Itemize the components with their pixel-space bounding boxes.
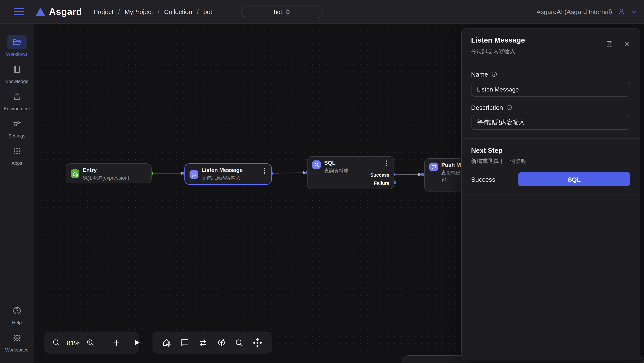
menu-icon[interactable] [14,6,24,17]
node-title: Listen Message [202,167,243,173]
breadcrumb: Project / MyProject / Collection / bot [94,8,212,15]
entry-node-icon[interactable] [162,338,171,347]
name-input[interactable] [471,82,630,97]
next-step-target-button[interactable]: SQL [518,172,630,186]
breadcrumb-item-bot[interactable]: bot [204,8,212,15]
upload-icon [7,89,26,104]
app-root: Asgard Project / MyProject / Collection … [0,0,644,363]
user-icon [617,7,626,16]
node-output-failure: Failure [374,180,389,186]
node-sql[interactable]: SQL 查詢資料庫 Success Failure [307,156,394,189]
account-label: AsgardAI (Asgard Internal) [536,8,612,15]
account-menu[interactable]: AsgardAI (Asgard Internal) [536,7,637,16]
workflow-select[interactable]: bot [241,5,323,18]
node-title: SQL [324,160,336,166]
breadcrumb-item-project[interactable]: Project [94,8,113,15]
node-output-success: Success [370,172,389,177]
chevron-down-icon [631,8,637,15]
sidebar-item-settings[interactable]: Settings [2,117,32,138]
sidebar-item-help[interactable]: Help [2,304,32,325]
logo-text: Asgard [49,6,82,17]
field-label-text: Name [471,71,488,78]
breadcrumb-item-collection[interactable]: Collection [164,8,192,15]
sidebar-item-label: Apps [12,160,22,166]
sidebar: Workflows Knowledge Environment Settings [0,24,34,363]
info-icon[interactable] [491,71,498,77]
sidebar-item-workflows[interactable]: Workflows [2,35,32,57]
search-node-icon[interactable] [235,338,244,347]
next-step-subtitle: 新增或選擇下一個節點 [471,157,630,165]
panel-subtitle: 等待訊息內容輸入 [471,48,630,55]
zoom-in-icon[interactable] [86,338,94,347]
sliders-icon [7,117,26,131]
info-icon[interactable] [506,104,512,111]
node-subtitle: SQL查詢(expression) [83,174,129,182]
description-field-label: Description [471,104,630,111]
breadcrumb-separator: / [197,8,198,15]
intent-node-icon[interactable] [217,338,226,347]
node-menu-icon[interactable] [386,160,387,166]
apps-grid-icon [7,144,26,158]
name-field-label: Name [471,71,630,78]
select-updown-icon [285,9,290,15]
node-config-panel: Listen Message 等待訊息內容輸入 Name [461,28,640,361]
node-listen-message[interactable]: Listen Message 等待訊息內容輸入 [184,163,272,185]
help-circle-icon [7,304,26,318]
zoom-out-icon[interactable] [52,338,60,347]
field-label-text: Description [471,104,503,111]
next-step-row: Success SQL [471,172,630,186]
workflow-select-value: bot [274,8,282,15]
logo-triangle-icon [36,8,45,16]
node-entry[interactable]: Entry SQL查詢(expression) [66,163,152,183]
panel-divider [462,194,640,194]
sidebar-item-apps[interactable]: Apps [2,144,32,166]
node-menu-icon[interactable] [264,168,265,173]
port-push-in [421,173,424,176]
transfer-node-icon[interactable] [198,338,208,348]
node-palette-toolbar [152,332,272,354]
sidebar-item-label: Workspace [5,347,28,352]
add-node-icon[interactable] [112,339,120,347]
run-workflow-icon[interactable] [133,339,140,347]
breadcrumb-separator: / [118,8,120,15]
panel-header: Listen Message 等待訊息內容輸入 [462,28,640,62]
book-icon [7,62,26,77]
sidebar-item-label: Help [12,320,22,325]
move-node-icon[interactable] [252,338,262,348]
gear-icon [7,331,26,345]
sidebar-item-environment[interactable]: Environment [2,89,32,111]
message-node-icon[interactable] [180,338,189,347]
sidebar-item-knowledge[interactable]: Knowledge [2,62,32,84]
magnifier-icon [312,160,321,169]
app-logo[interactable]: Asgard [36,6,82,17]
sidebar-item-label: Environment [4,106,30,111]
description-input[interactable] [471,115,630,130]
next-step-title: Next Step [471,139,630,154]
breadcrumb-separator: / [158,8,159,15]
sidebar-item-label: Settings [8,133,25,138]
node-title: Entry [83,167,97,173]
sidebar-item-label: Knowledge [5,79,28,84]
sidebar-item-label: Workflows [6,51,28,57]
next-step-branch-label: Success [471,176,518,183]
top-bar: Asgard Project / MyProject / Collection … [0,0,644,24]
save-icon[interactable] [606,40,613,48]
chat-bubble-icon [190,170,198,179]
sidebar-item-workspace[interactable]: Workspace [2,331,32,352]
zoom-level: 81% [66,339,80,346]
close-icon[interactable] [624,41,630,47]
zoom-toolbar: 81% [44,332,139,354]
home-plus-icon [71,169,79,178]
folder-icon [7,35,26,49]
breadcrumb-item-myproject[interactable]: MyProject [124,8,153,15]
node-subtitle: 查詢資料庫 [324,167,348,174]
chat-bubble-icon [429,163,438,171]
node-subtitle: 等待訊息內容輸入 [202,174,241,182]
